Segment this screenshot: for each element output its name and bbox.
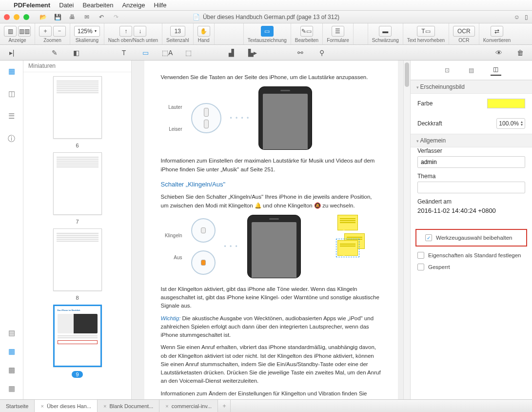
iphone-illustration xyxy=(258,86,312,150)
area-tool-icon[interactable]: ⬚ xyxy=(183,49,193,57)
window-title-text: Über dieses Handbuch German.pdf (page 13… xyxy=(203,14,339,21)
tab-blank-doc[interactable]: × Blank Document... xyxy=(98,400,159,412)
close-window-button[interactable] xyxy=(4,14,10,20)
view-double-button[interactable]: ▥▥ xyxy=(18,26,31,37)
tab-commercial[interactable]: × commercial-inv... xyxy=(159,400,218,412)
menu-file[interactable]: Datei xyxy=(59,1,74,9)
ocr-button[interactable]: OCR xyxy=(453,26,475,37)
minimize-window-button[interactable] xyxy=(14,14,20,20)
thumbnail-page-number: 6 xyxy=(76,143,79,148)
document-tabs: Startseite × Über dieses Han... × Blank … xyxy=(0,399,532,412)
label-off: Aus xyxy=(161,254,182,261)
ring-switch-callout xyxy=(191,218,216,243)
highlight-button[interactable]: ▭ xyxy=(261,26,274,37)
zoom-select[interactable]: 125% ▾ xyxy=(74,26,100,37)
print-icon[interactable]: 🖶 xyxy=(68,14,76,21)
scrollbar-thumb[interactable] xyxy=(405,62,409,87)
zoom-out-button[interactable]: － xyxy=(53,26,66,37)
rail-icon-2[interactable]: ▦ xyxy=(6,346,18,357)
page-thumbnail[interactable] xyxy=(53,76,102,139)
view-single-button[interactable]: ▥ xyxy=(4,26,17,37)
sticky-note-annotation[interactable] xyxy=(337,215,358,230)
app-name[interactable]: PDFelement xyxy=(14,1,50,9)
device-icon[interactable]: ▯ xyxy=(525,14,528,21)
user-icon[interactable]: ☺ xyxy=(514,14,520,21)
general-section-header[interactable]: Allgemein xyxy=(411,134,532,147)
close-tab-icon[interactable]: × xyxy=(40,403,43,409)
color-swatch[interactable] xyxy=(487,99,525,108)
vertical-scrollbar[interactable] xyxy=(403,61,410,399)
stamp-tool-icon[interactable]: ▟ xyxy=(226,49,236,57)
document-view[interactable]: Verwenden Sie die Tasten an der Seite de… xyxy=(132,61,410,399)
text-highlight-button[interactable]: T▭ xyxy=(417,26,434,37)
close-tab-icon[interactable]: × xyxy=(103,403,106,409)
off-switch-callout xyxy=(191,250,216,275)
locked-label: Gesperrt xyxy=(428,264,450,270)
comment-tool-icon[interactable]: ▭ xyxy=(140,49,150,57)
default-props-checkbox[interactable] xyxy=(417,252,424,259)
stepper-icon[interactable]: ▴▾ xyxy=(521,121,523,126)
text-tool-icon[interactable]: T xyxy=(119,49,129,57)
thumbnails-tab-icon[interactable]: ▦ xyxy=(6,65,18,77)
forms-button[interactable]: ☰ xyxy=(332,26,344,37)
hand-tool-button[interactable]: ✋ xyxy=(197,26,210,37)
undo-icon[interactable]: ↶ xyxy=(98,14,105,21)
close-tab-icon[interactable]: × xyxy=(165,403,168,409)
menu-edit[interactable]: Bearbeiten xyxy=(83,1,114,9)
mail-icon[interactable]: ✉ xyxy=(83,14,91,21)
page-thumbnail[interactable] xyxy=(53,152,102,215)
outline-tab-icon[interactable]: ☰ xyxy=(6,110,18,122)
author-input[interactable] xyxy=(417,156,525,168)
rail-icon-4[interactable]: ▦ xyxy=(6,383,18,394)
maximize-window-button[interactable] xyxy=(23,14,29,20)
page-thumbnail-selected[interactable]: Das iPhone im Überblick xyxy=(53,305,102,367)
locked-checkbox[interactable] xyxy=(417,264,424,270)
tab-start[interactable]: Startseite xyxy=(0,400,35,412)
redact-button[interactable]: ▬ xyxy=(379,26,392,37)
open-file-icon[interactable]: 📂 xyxy=(39,14,47,21)
page-number-input[interactable]: 13 xyxy=(170,26,185,37)
redo-icon[interactable]: ↷ xyxy=(112,14,120,21)
page-down-button[interactable]: ↓ xyxy=(134,26,146,37)
window-controls xyxy=(4,14,29,20)
props-tab-2-icon[interactable]: ▤ xyxy=(466,65,477,76)
doc-text: Schieben Sie den Schalter „Klingeln/Aus"… xyxy=(161,193,381,210)
rail-icon-3[interactable]: ▩ xyxy=(6,364,18,376)
rail-icon-1[interactable]: ▤ xyxy=(6,327,18,339)
props-tab-3-icon[interactable]: ◫ xyxy=(491,65,501,76)
info-tab-icon[interactable]: ⓘ xyxy=(6,133,18,144)
bookmarks-tab-icon[interactable]: ◫ xyxy=(6,88,18,100)
stamp2-tool-icon[interactable]: ▙▸ xyxy=(248,49,257,57)
appearance-section-header[interactable]: Erscheinungsbild xyxy=(411,80,532,94)
page-thumbnail[interactable] xyxy=(53,228,102,291)
thumbnails-panel: Miniaturen 6 7 8 Das iPhone im Überblick… xyxy=(23,61,132,399)
label-louder: Lauter xyxy=(161,103,182,111)
edit-button[interactable]: ✎▭ xyxy=(300,26,313,37)
attach-tool-icon[interactable]: ⚲ xyxy=(317,49,327,57)
visibility-icon[interactable]: 👁 xyxy=(494,49,504,57)
select-tool-icon[interactable]: ▸| xyxy=(7,49,17,57)
opacity-stepper[interactable]: 100.0% ▴▾ xyxy=(496,118,525,129)
pencil-tool-icon[interactable]: ✎ xyxy=(50,49,59,57)
highlight-label: Textauszeichnung xyxy=(248,38,287,43)
window-title: 📄 Über dieses Handbuch German.pdf (page … xyxy=(193,14,339,21)
keep-tool-checkbox[interactable]: ✓ xyxy=(425,234,432,241)
trash-icon[interactable]: 🗑 xyxy=(515,49,525,57)
add-tab-button[interactable]: ＋ xyxy=(218,400,231,412)
convert-button[interactable]: ⇄ xyxy=(491,26,503,37)
annotation-toolbar: ▸| ✎ ◧ T ▭ ⬚A ⬚ ▟ ▙▸ ⚯ ⚲ 👁 🗑 xyxy=(0,45,532,61)
view-label: Anzeige xyxy=(8,38,26,43)
save-icon[interactable]: 💾 xyxy=(54,14,61,21)
link-tool-icon[interactable]: ⚯ xyxy=(296,49,305,57)
sticky-note-annotation-selected[interactable] xyxy=(337,240,358,256)
zoom-in-button[interactable]: ＋ xyxy=(39,26,52,37)
textbox-tool-icon[interactable]: ⬚A xyxy=(162,49,172,57)
menu-help[interactable]: Hilfe xyxy=(154,1,166,9)
eraser-tool-icon[interactable]: ◧ xyxy=(71,49,81,57)
subject-input[interactable] xyxy=(417,182,525,193)
tab-current-doc[interactable]: × Über dieses Han... xyxy=(35,400,98,412)
page-up-button[interactable]: ↑ xyxy=(119,26,132,37)
thumbnail-page-number: 8 xyxy=(76,295,79,301)
props-tab-1-icon[interactable]: ⊡ xyxy=(442,65,453,76)
menu-view[interactable]: Anzeige xyxy=(122,1,145,9)
